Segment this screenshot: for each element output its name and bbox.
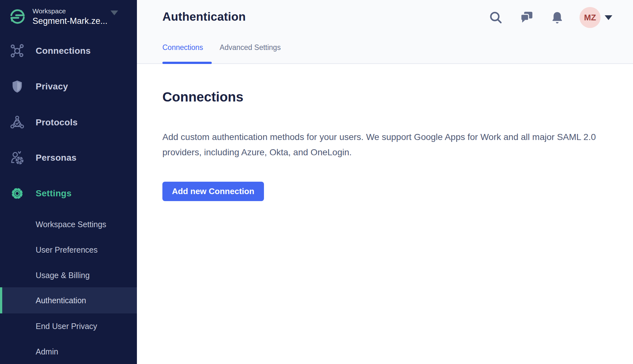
bell-icon — [550, 10, 565, 25]
shield-icon — [9, 78, 25, 95]
segment-logo — [8, 7, 27, 26]
protocols-icon — [9, 114, 25, 131]
sidebar-subitem-authentication[interactable]: Authentication — [0, 287, 137, 313]
sidebar-subitem-end-user-privacy[interactable]: End User Privacy — [0, 313, 137, 339]
gear-icon — [9, 185, 25, 202]
avatar[interactable]: MZ — [580, 7, 601, 28]
page-header: Authentication Connections Advanced Sett… — [137, 0, 633, 64]
sidebar-item-label: Personas — [36, 153, 76, 163]
workspace-eyebrow: Workspace — [32, 7, 108, 15]
section-description: Add custom authentication methods for yo… — [162, 130, 630, 160]
workspace-name: Segment-Mark.ze... — [32, 16, 108, 26]
sidebar-subitem-usage-billing[interactable]: Usage & Billing — [0, 262, 137, 288]
add-new-connection-button[interactable]: Add new Connection — [162, 182, 264, 201]
sidebar-item-label: Connections — [36, 46, 91, 56]
chat-button[interactable] — [518, 9, 536, 27]
sidebar-subitem-label: Authentication — [36, 296, 86, 305]
main-content: Connections Add custom authentication me… — [137, 64, 633, 364]
section-heading: Connections — [162, 89, 243, 105]
personas-icon — [9, 150, 25, 166]
sidebar-item-personas[interactable]: Personas — [0, 148, 137, 168]
notifications-button[interactable] — [548, 9, 566, 27]
workspace-text: Workspace Segment-Mark.ze... — [32, 7, 108, 26]
connections-icon — [9, 43, 25, 59]
sidebar-subitem-admin[interactable]: Admin — [0, 339, 137, 364]
page-title: Authentication — [162, 10, 246, 24]
sidebar-subitem-label: Usage & Billing — [36, 271, 90, 280]
sidebar-item-privacy[interactable]: Privacy — [0, 77, 137, 96]
sidebar-subitem-label: User Preferences — [36, 245, 98, 255]
avatar-initials: MZ — [584, 13, 596, 23]
tab-bar: Connections Advanced Settings — [162, 43, 281, 52]
sidebar-item-protocols[interactable]: Protocols — [0, 113, 137, 132]
workspace-switcher[interactable]: Workspace Segment-Mark.ze... — [8, 4, 129, 29]
sidebar-item-label: Settings — [36, 188, 72, 199]
chat-icon — [519, 10, 534, 25]
sidebar-item-connections[interactable]: Connections — [0, 41, 137, 61]
sidebar-subitem-label: Workspace Settings — [36, 220, 106, 229]
active-indicator — [0, 287, 2, 313]
sidebar-subitem-label: End User Privacy — [36, 322, 97, 331]
active-tab-underline — [162, 62, 212, 64]
sidebar-item-label: Protocols — [36, 117, 78, 128]
avatar-caret-icon[interactable] — [605, 15, 612, 20]
search-icon — [488, 10, 504, 25]
sidebar-subitem-user-preferences[interactable]: User Preferences — [0, 237, 137, 262]
search-button[interactable] — [487, 9, 505, 27]
sidebar-item-label: Privacy — [36, 81, 68, 92]
sidebar: Workspace Segment-Mark.ze... Connections — [0, 0, 137, 364]
workspace-caret-icon[interactable] — [110, 10, 118, 15]
sidebar-subitem-workspace-settings[interactable]: Workspace Settings — [0, 212, 137, 237]
tab-connections[interactable]: Connections — [162, 43, 203, 52]
tab-advanced-settings[interactable]: Advanced Settings — [220, 43, 281, 52]
sidebar-subitem-label: Admin — [36, 347, 58, 356]
sidebar-item-settings[interactable]: Settings — [0, 184, 137, 203]
